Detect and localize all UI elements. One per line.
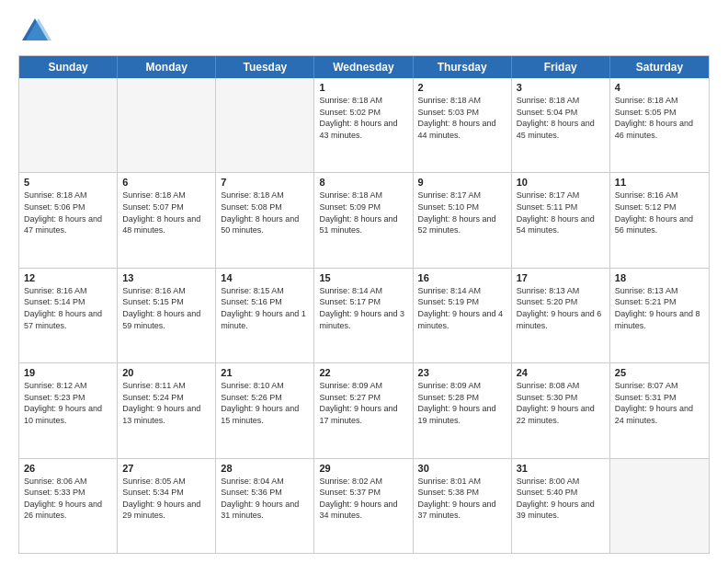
calendar-cell: 1Sunrise: 8:18 AMSunset: 5:02 PMDaylight… xyxy=(314,78,413,172)
day-number: 18 xyxy=(615,272,704,283)
day-info: Sunrise: 8:13 AMSunset: 5:20 PMDaylight:… xyxy=(517,285,605,331)
weekday-header: Wednesday xyxy=(314,56,413,78)
calendar-cell xyxy=(19,78,118,172)
day-info: Sunrise: 8:18 AMSunset: 5:04 PMDaylight:… xyxy=(517,95,605,141)
day-info: Sunrise: 8:18 AMSunset: 5:07 PMDaylight:… xyxy=(122,190,210,236)
day-info: Sunrise: 8:01 AMSunset: 5:38 PMDaylight:… xyxy=(418,476,506,522)
calendar-cell: 7Sunrise: 8:18 AMSunset: 5:08 PMDaylight… xyxy=(216,173,314,267)
day-info: Sunrise: 8:08 AMSunset: 5:30 PMDaylight:… xyxy=(517,380,605,426)
weekday-header: Tuesday xyxy=(216,56,314,78)
calendar-cell: 22Sunrise: 8:09 AMSunset: 5:27 PMDayligh… xyxy=(314,363,413,457)
day-number: 28 xyxy=(221,463,309,474)
calendar-cell: 5Sunrise: 8:18 AMSunset: 5:06 PMDaylight… xyxy=(19,173,118,267)
day-info: Sunrise: 8:16 AMSunset: 5:15 PMDaylight:… xyxy=(122,285,210,331)
day-info: Sunrise: 8:12 AMSunset: 5:23 PMDaylight:… xyxy=(24,380,112,426)
day-info: Sunrise: 8:09 AMSunset: 5:28 PMDaylight:… xyxy=(418,380,506,426)
calendar-cell xyxy=(610,459,709,553)
day-info: Sunrise: 8:16 AMSunset: 5:14 PMDaylight:… xyxy=(24,285,112,331)
calendar-cell: 29Sunrise: 8:02 AMSunset: 5:37 PMDayligh… xyxy=(314,459,413,553)
day-info: Sunrise: 8:04 AMSunset: 5:36 PMDaylight:… xyxy=(221,476,309,522)
day-number: 25 xyxy=(615,367,704,378)
day-info: Sunrise: 8:05 AMSunset: 5:34 PMDaylight:… xyxy=(122,476,210,522)
calendar-row: 5Sunrise: 8:18 AMSunset: 5:06 PMDaylight… xyxy=(19,172,709,267)
day-number: 7 xyxy=(221,177,309,188)
day-number: 5 xyxy=(24,177,112,188)
day-number: 2 xyxy=(418,82,506,93)
calendar-cell: 10Sunrise: 8:17 AMSunset: 5:11 PMDayligh… xyxy=(512,173,610,267)
day-info: Sunrise: 8:18 AMSunset: 5:03 PMDaylight:… xyxy=(418,95,506,141)
day-info: Sunrise: 8:18 AMSunset: 5:08 PMDaylight:… xyxy=(221,190,309,236)
day-number: 11 xyxy=(615,177,704,188)
day-number: 6 xyxy=(122,177,210,188)
day-number: 24 xyxy=(517,367,605,378)
day-info: Sunrise: 8:18 AMSunset: 5:09 PMDaylight:… xyxy=(319,190,407,236)
logo-icon xyxy=(18,15,51,48)
header xyxy=(18,15,710,48)
calendar-cell: 16Sunrise: 8:14 AMSunset: 5:19 PMDayligh… xyxy=(414,269,512,362)
day-info: Sunrise: 8:06 AMSunset: 5:33 PMDaylight:… xyxy=(24,476,112,522)
calendar-cell: 15Sunrise: 8:14 AMSunset: 5:17 PMDayligh… xyxy=(314,269,413,362)
weekday-header: Thursday xyxy=(414,56,512,78)
day-number: 30 xyxy=(418,463,506,474)
day-info: Sunrise: 8:18 AMSunset: 5:06 PMDaylight:… xyxy=(24,190,112,236)
day-info: Sunrise: 8:09 AMSunset: 5:27 PMDaylight:… xyxy=(319,380,407,426)
day-number: 17 xyxy=(517,272,605,283)
day-number: 15 xyxy=(319,272,407,283)
calendar-header: SundayMondayTuesdayWednesdayThursdayFrid… xyxy=(19,56,709,78)
day-number: 13 xyxy=(122,272,210,283)
day-number: 12 xyxy=(24,272,112,283)
day-number: 4 xyxy=(615,82,704,93)
day-number: 9 xyxy=(418,177,506,188)
calendar-cell: 23Sunrise: 8:09 AMSunset: 5:28 PMDayligh… xyxy=(414,363,512,457)
calendar-cell: 4Sunrise: 8:18 AMSunset: 5:05 PMDaylight… xyxy=(610,78,709,172)
day-info: Sunrise: 8:14 AMSunset: 5:17 PMDaylight:… xyxy=(319,285,407,331)
day-number: 14 xyxy=(221,272,309,283)
day-info: Sunrise: 8:07 AMSunset: 5:31 PMDaylight:… xyxy=(615,380,704,426)
day-number: 1 xyxy=(319,82,407,93)
calendar-cell: 13Sunrise: 8:16 AMSunset: 5:15 PMDayligh… xyxy=(118,269,216,362)
calendar-body: 1Sunrise: 8:18 AMSunset: 5:02 PMDaylight… xyxy=(19,78,709,553)
calendar-cell: 11Sunrise: 8:16 AMSunset: 5:12 PMDayligh… xyxy=(610,173,709,267)
day-info: Sunrise: 8:16 AMSunset: 5:12 PMDaylight:… xyxy=(615,190,704,236)
day-info: Sunrise: 8:13 AMSunset: 5:21 PMDaylight:… xyxy=(615,285,704,331)
calendar-cell: 12Sunrise: 8:16 AMSunset: 5:14 PMDayligh… xyxy=(19,269,118,362)
calendar-cell: 19Sunrise: 8:12 AMSunset: 5:23 PMDayligh… xyxy=(19,363,118,457)
calendar-cell: 21Sunrise: 8:10 AMSunset: 5:26 PMDayligh… xyxy=(216,363,314,457)
day-number: 8 xyxy=(319,177,407,188)
day-info: Sunrise: 8:11 AMSunset: 5:24 PMDaylight:… xyxy=(122,380,210,426)
day-number: 22 xyxy=(319,367,407,378)
day-number: 3 xyxy=(517,82,605,93)
weekday-header: Monday xyxy=(118,56,216,78)
day-info: Sunrise: 8:10 AMSunset: 5:26 PMDaylight:… xyxy=(221,380,309,426)
calendar-cell: 9Sunrise: 8:17 AMSunset: 5:10 PMDaylight… xyxy=(414,173,512,267)
weekday-header: Friday xyxy=(512,56,610,78)
day-info: Sunrise: 8:18 AMSunset: 5:05 PMDaylight:… xyxy=(615,95,704,141)
day-info: Sunrise: 8:17 AMSunset: 5:10 PMDaylight:… xyxy=(418,190,506,236)
day-number: 26 xyxy=(24,463,112,474)
day-number: 27 xyxy=(122,463,210,474)
calendar-cell: 20Sunrise: 8:11 AMSunset: 5:24 PMDayligh… xyxy=(118,363,216,457)
weekday-header: Saturday xyxy=(610,56,709,78)
day-info: Sunrise: 8:14 AMSunset: 5:19 PMDaylight:… xyxy=(418,285,506,331)
calendar-cell: 18Sunrise: 8:13 AMSunset: 5:21 PMDayligh… xyxy=(610,269,709,362)
day-number: 10 xyxy=(517,177,605,188)
calendar-cell: 14Sunrise: 8:15 AMSunset: 5:16 PMDayligh… xyxy=(216,269,314,362)
calendar-cell xyxy=(118,78,216,172)
calendar-row: 19Sunrise: 8:12 AMSunset: 5:23 PMDayligh… xyxy=(19,362,709,457)
calendar-cell: 17Sunrise: 8:13 AMSunset: 5:20 PMDayligh… xyxy=(512,269,610,362)
weekday-header: Sunday xyxy=(19,56,118,78)
calendar-row: 1Sunrise: 8:18 AMSunset: 5:02 PMDaylight… xyxy=(19,78,709,172)
calendar-cell: 6Sunrise: 8:18 AMSunset: 5:07 PMDaylight… xyxy=(118,173,216,267)
calendar-cell: 8Sunrise: 8:18 AMSunset: 5:09 PMDaylight… xyxy=(314,173,413,267)
day-info: Sunrise: 8:15 AMSunset: 5:16 PMDaylight:… xyxy=(221,285,309,331)
calendar-cell: 28Sunrise: 8:04 AMSunset: 5:36 PMDayligh… xyxy=(216,459,314,553)
calendar-row: 26Sunrise: 8:06 AMSunset: 5:33 PMDayligh… xyxy=(19,458,709,553)
calendar-cell xyxy=(216,78,314,172)
page: SundayMondayTuesdayWednesdayThursdayFrid… xyxy=(0,0,728,563)
day-number: 16 xyxy=(418,272,506,283)
day-info: Sunrise: 8:00 AMSunset: 5:40 PMDaylight:… xyxy=(517,476,605,522)
calendar-cell: 27Sunrise: 8:05 AMSunset: 5:34 PMDayligh… xyxy=(118,459,216,553)
calendar: SundayMondayTuesdayWednesdayThursdayFrid… xyxy=(18,55,710,554)
calendar-cell: 31Sunrise: 8:00 AMSunset: 5:40 PMDayligh… xyxy=(512,459,610,553)
calendar-cell: 2Sunrise: 8:18 AMSunset: 5:03 PMDaylight… xyxy=(414,78,512,172)
